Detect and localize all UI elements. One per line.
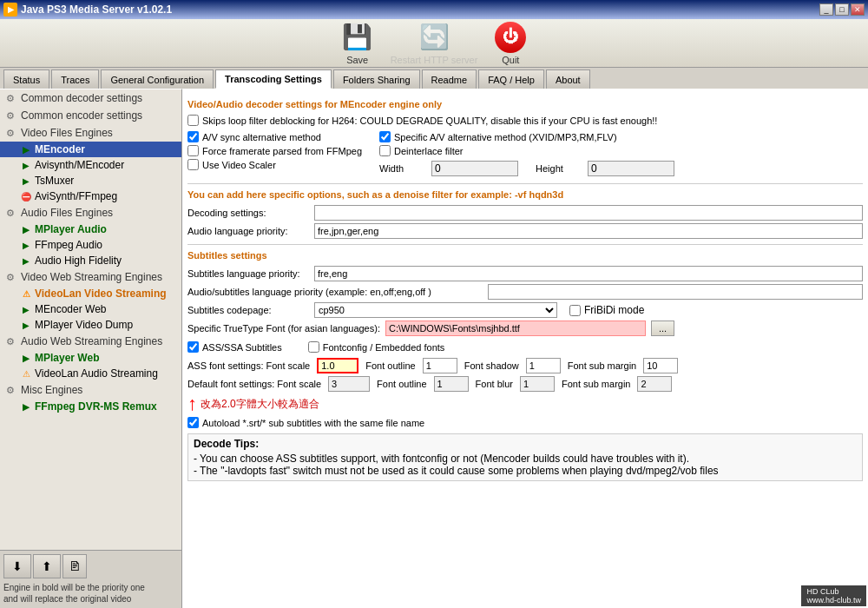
sidebar-item-mplayer-video[interactable]: ▶ MPlayer Video Dump: [0, 317, 181, 333]
decode-tip-2: - The "-lavdopts fast" switch must not b…: [194, 465, 857, 477]
sidebar-section-audio-streaming[interactable]: ⚙ Audio Web Streaming Engines: [0, 333, 181, 350]
fribibi-label: FriBiDi mode: [584, 304, 644, 316]
sidebar-section-video-files[interactable]: ⚙ Video Files Engines: [0, 124, 181, 142]
font-input[interactable]: [385, 321, 646, 336]
fribibi-checkbox[interactable]: [569, 305, 581, 316]
subtitles-language-label: Subtitles language priority:: [187, 268, 309, 279]
annotation-text: 改為2.0字體大小較為適合: [201, 397, 319, 412]
audio-language-input[interactable]: [314, 223, 863, 239]
save-icon: 💾: [342, 22, 373, 53]
quit-icon: ⏻: [495, 22, 526, 53]
fontconfig-checkbox[interactable]: [308, 341, 319, 353]
width-label: Width: [379, 163, 423, 174]
use-video-scaler-checkbox[interactable]: [187, 159, 199, 170]
default-font-outline-input[interactable]: [434, 376, 469, 392]
subtitles-language-input[interactable]: [314, 266, 863, 281]
tab-general[interactable]: General Configuration: [101, 69, 214, 89]
sidebar-item-tsmuxer[interactable]: ▶ TsMuxer: [0, 173, 181, 188]
sidebar-item-mplayer-web[interactable]: ▶ MPlayer Web: [0, 350, 181, 366]
codepage-row: Subtitles codepage: cp950 FriBiDi mode: [187, 302, 863, 318]
sidebar-item-ffmpeg-audio[interactable]: ▶ FFmpeg Audio: [0, 237, 181, 253]
maximize-button[interactable]: □: [835, 3, 849, 16]
move-up-button[interactable]: ⬆: [33, 554, 61, 578]
restart-button[interactable]: 🔄 Restart HTTP server: [391, 22, 478, 65]
app-icon: ▶: [3, 3, 17, 17]
default-font-sub-margin-label: Font sub margin: [562, 379, 630, 389]
sidebar-item-mplayer-audio[interactable]: ▶ MPlayer Audio: [0, 221, 181, 237]
force-framerate-checkbox[interactable]: [187, 145, 199, 156]
minimize-button[interactable]: _: [819, 3, 833, 16]
sidebar-section-decoder[interactable]: ⚙ Common decoder settings: [0, 89, 181, 107]
ass-font-outline-input[interactable]: [423, 358, 457, 373]
sidebar-section-misc[interactable]: ⚙ Misc Engines: [0, 381, 181, 399]
browse-button[interactable]: ...: [651, 321, 674, 336]
tab-about[interactable]: About: [546, 69, 590, 89]
deinterlace-checkbox[interactable]: [379, 145, 391, 156]
sidebar-item-mencoder[interactable]: ▶ MEncoder: [0, 142, 181, 157]
codepage-select[interactable]: cp950: [314, 302, 557, 318]
autoload-row: Autoload *.srt/* sub subtitles with the …: [187, 417, 863, 428]
av-sync-checkbox[interactable]: [187, 131, 199, 142]
arrow-icon: ▶: [21, 320, 31, 330]
tab-faq[interactable]: FAQ / Help: [478, 69, 544, 89]
sidebar-item-audio-high-fidelity[interactable]: ▶ Audio High Fidelity: [0, 253, 181, 268]
right-panel: Video/Audio decoder settings for MEncode…: [182, 89, 868, 608]
sidebar: ⚙ Common decoder settings ⚙ Common encod…: [0, 89, 182, 550]
width-row: Width: [379, 161, 518, 176]
save-button[interactable]: 💾 Save: [342, 22, 373, 65]
audio-language-row: Audio language priority:: [187, 223, 863, 239]
titlebar-title: ▶ Java PS3 Media Server v1.02.1: [3, 3, 172, 17]
two-col-checkboxes: A/V sync alternative method Force framer…: [187, 129, 863, 178]
autoload-checkbox[interactable]: [187, 417, 199, 428]
ass-font-shadow-input[interactable]: [526, 358, 561, 373]
ass-font-outline-label: Font outline: [365, 360, 415, 371]
specific-options-title: You can add here specific options, such …: [187, 189, 863, 200]
mencoder-section-title: Video/Audio decoder settings for MEncode…: [187, 99, 863, 109]
tab-folders[interactable]: Folders Sharing: [333, 69, 420, 89]
specific-av-checkbox[interactable]: [379, 131, 391, 142]
tab-traces[interactable]: Traces: [51, 69, 99, 89]
audio-subtitles-input[interactable]: [488, 284, 863, 300]
tab-transcoding[interactable]: Transcoding Settings: [215, 69, 332, 89]
move-down-button[interactable]: ⬇: [3, 554, 31, 578]
titlebar-controls: _ □ ✕: [819, 3, 865, 16]
quit-button[interactable]: ⏻ Quit: [495, 22, 526, 65]
sidebar-item-avisynth-ffmpeg[interactable]: ⛔ AviSynth/FFmpeg: [0, 188, 181, 204]
sidebar-item-videolan-audio[interactable]: ⚠ VideoLan Audio Streaming: [0, 366, 181, 381]
skips-loop-label: Skips loop filter deblocking for H264: C…: [202, 116, 657, 126]
ass-font-sub-margin-input[interactable]: [643, 358, 678, 373]
subtitles-language-row: Subtitles language priority:: [187, 266, 863, 281]
ass-font-scale-input[interactable]: [317, 358, 358, 373]
sidebar-item-videolan-video[interactable]: ⚠ VideoLan Video Streaming: [0, 286, 181, 301]
default-font-blur-input[interactable]: [520, 376, 555, 392]
decoding-settings-input[interactable]: [314, 205, 863, 221]
decode-tips: Decode Tips: - You can choose ASS subtit…: [187, 433, 863, 481]
default-font-sub-margin-input[interactable]: [637, 376, 672, 392]
skips-loop-checkbox[interactable]: [187, 115, 199, 126]
codepage-label: Subtitles codepage:: [187, 305, 309, 315]
sidebar-section-encoder[interactable]: ⚙ Common encoder settings: [0, 107, 181, 124]
fribibi-row: FriBiDi mode: [569, 304, 644, 316]
audio-language-label: Audio language priority:: [187, 226, 309, 236]
sidebar-wrapper: ⚙ Common decoder settings ⚙ Common encod…: [0, 89, 182, 608]
width-input[interactable]: [431, 161, 518, 176]
tab-status[interactable]: Status: [3, 69, 49, 89]
settings-button[interactable]: 🖹: [62, 554, 87, 578]
use-video-scaler-row: Use Video Scaler: [187, 159, 362, 170]
tabs-bar: Status Traces General Configuration Tran…: [0, 68, 868, 89]
sidebar-item-avisynth-mencoder[interactable]: ▶ Avisynth/MEncoder: [0, 157, 181, 173]
ass-font-scale-label: ASS font settings: Font scale: [187, 360, 310, 371]
sidebar-item-mencoder-web[interactable]: ▶ MEncoder Web: [0, 301, 181, 317]
titlebar: ▶ Java PS3 Media Server v1.02.1 _ □ ✕: [0, 0, 868, 19]
ass-ssa-checkbox[interactable]: [187, 341, 199, 353]
sidebar-section-audio-files[interactable]: ⚙ Audio Files Engines: [0, 204, 181, 221]
specific-av-label: Specific A/V alternative method (XVID/MP…: [394, 132, 617, 142]
gear-icon: ⚙: [3, 270, 17, 284]
sidebar-item-ffmpeg-dvr[interactable]: ▶ FFmpeg DVR-MS Remux: [0, 399, 181, 414]
height-input[interactable]: [588, 161, 674, 176]
close-button[interactable]: ✕: [851, 3, 865, 16]
height-label: Height: [536, 163, 579, 174]
sidebar-section-video-streaming[interactable]: ⚙ Video Web Streaming Engines: [0, 268, 181, 286]
tab-readme[interactable]: Readme: [422, 69, 477, 89]
default-font-scale-input[interactable]: [328, 376, 370, 392]
